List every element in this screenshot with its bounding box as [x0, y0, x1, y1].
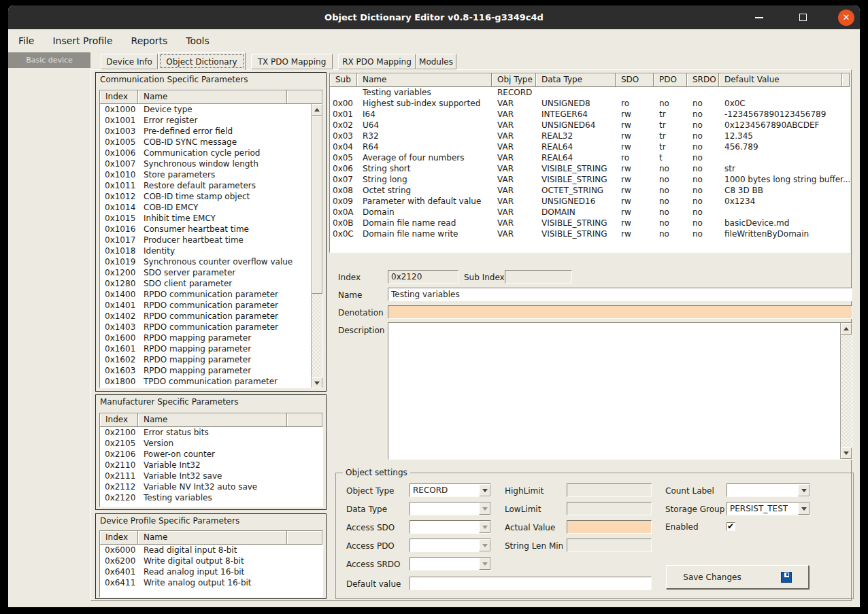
scroll-up-icon[interactable]	[841, 323, 852, 335]
column-header-name[interactable]: Name	[138, 413, 287, 427]
menu-tools[interactable]: Tools	[186, 35, 210, 46]
actual-value-field[interactable]	[567, 520, 652, 534]
list-item[interactable]: 0x1000Device type	[100, 104, 312, 115]
column-header-index[interactable]: Index	[100, 413, 138, 427]
low-limit-field[interactable]	[567, 502, 652, 515]
column-header-name[interactable]: Name	[357, 73, 492, 87]
list-item[interactable]: 0x1014COB-ID EMCY	[100, 202, 312, 213]
list-item[interactable]: 0x1800TPDO communication parameter	[100, 376, 312, 387]
scroll-up-icon[interactable]	[312, 104, 322, 116]
column-header-data-type[interactable]: Data Type	[536, 73, 616, 87]
table-row[interactable]: 0x03R32VARREAL32rwtrno12.345	[330, 131, 850, 141]
minimize-button[interactable]	[751, 10, 767, 26]
table-row[interactable]: Testing variablesRECORD	[330, 87, 850, 98]
table-row[interactable]: 0x0BDomain file name readVARVISIBLE_STRI…	[330, 218, 850, 228]
column-header-sdo[interactable]: SDO	[616, 73, 654, 87]
list-item[interactable]: 0x1016Consumer heartbeat time	[100, 224, 312, 235]
list-item[interactable]: 0x1011Restore default parameters	[100, 180, 312, 191]
tab-tx-pdo-mapping[interactable]: TX PDO Mapping	[251, 54, 333, 69]
list-item[interactable]: 0x1005COB-ID SYNC message	[100, 137, 312, 148]
list-item[interactable]: 0x1012COB-ID time stamp object	[100, 191, 312, 202]
table-row[interactable]: 0x05Average of four numbersVARREAL64rotn…	[330, 152, 850, 163]
tab-object-dictionary[interactable]: Object Dictionary	[158, 52, 246, 70]
list-item[interactable]: 0x1401RPDO communication parameter	[100, 300, 312, 311]
description-field[interactable]	[388, 323, 840, 459]
table-row[interactable]: 0x00Highest sub-index supportedVARUNSIGN…	[330, 98, 850, 109]
table-row[interactable]: 0x0ADomainVARDOMAINrwnono	[330, 207, 850, 218]
description-scrollbar[interactable]	[840, 323, 852, 459]
device-tab-basic-device[interactable]: Basic device	[8, 52, 90, 68]
column-header-sub[interactable]: Sub	[330, 73, 357, 87]
table-row[interactable]: 0x01I64VARINTEGER64rwtrno-12345678901234…	[330, 109, 850, 120]
list-item[interactable]: 0x1402RPDO communication parameter	[100, 311, 312, 322]
list-item[interactable]: 0x1001Error register	[100, 115, 312, 126]
communication-list-scrollbar[interactable]	[311, 104, 322, 388]
denotation-field[interactable]	[388, 305, 852, 319]
list-item[interactable]: 0x1003Pre-defined error field	[100, 126, 312, 137]
list-item[interactable]: 0x2111Variable Int32 save	[100, 471, 322, 481]
list-item[interactable]: 0x6411Write analog output 16-bit	[100, 577, 322, 588]
list-item[interactable]: 0x2100Error status bits	[100, 427, 322, 438]
list-item[interactable]: 0x1006Communication cycle period	[100, 148, 312, 158]
index-field[interactable]	[388, 270, 458, 284]
scroll-thumb[interactable]	[312, 116, 322, 294]
maximize-button[interactable]	[795, 10, 811, 26]
list-item[interactable]: 0x6200Write digital output 8-bit	[100, 556, 322, 566]
list-item[interactable]: 0x6401Read analog input 16-bit	[100, 566, 322, 577]
list-item[interactable]: 0x1280SDO client parameter	[100, 278, 312, 289]
list-item[interactable]: 0x1007Synchronous window length	[100, 158, 312, 169]
default-value-field[interactable]	[410, 577, 652, 590]
table-row[interactable]: 0x08Octet stringVAROCTET_STRINGrwnonoC8 …	[330, 185, 850, 196]
tab-modules[interactable]: Modules	[416, 54, 456, 69]
save-changes-button[interactable]: Save Changes	[666, 565, 809, 589]
storage-group-combo[interactable]: PERSIST_TEST	[727, 502, 810, 515]
menu-reports[interactable]: Reports	[131, 35, 168, 46]
column-header-pdo[interactable]: PDO	[654, 73, 687, 87]
high-limit-field[interactable]	[567, 483, 652, 497]
list-item[interactable]: 0x2112Variable NV Int32 auto save	[100, 481, 322, 492]
list-item[interactable]: 0x1018Identity	[100, 245, 312, 256]
subindex-field[interactable]	[505, 270, 572, 284]
list-item[interactable]: 0x1403RPDO communication parameter	[100, 322, 312, 332]
column-header-name[interactable]: Name	[138, 531, 287, 545]
enabled-checkbox[interactable]	[727, 522, 735, 531]
access-sdo-combo[interactable]	[410, 520, 491, 534]
table-row[interactable]: 0x0CDomain file name writeVARVISIBLE_STR…	[330, 228, 850, 239]
menu-file[interactable]: File	[18, 35, 34, 46]
list-item[interactable]: 0x1200SDO server parameter	[100, 267, 312, 278]
list-item[interactable]: 0x1015Inhibit time EMCY	[100, 213, 312, 224]
data-type-combo[interactable]	[410, 502, 491, 515]
string-len-min-field[interactable]	[567, 539, 652, 552]
tab-rx-pdo-mapping[interactable]: RX PDO Mapping	[338, 54, 416, 69]
scroll-down-icon[interactable]	[841, 447, 852, 459]
table-row[interactable]: 0x06String shortVARVISIBLE_STRINGrwnonos…	[330, 163, 850, 174]
scroll-down-icon[interactable]	[312, 377, 322, 388]
scroll-track[interactable]	[312, 116, 322, 377]
list-item[interactable]: 0x2106Power-on counter	[100, 449, 322, 460]
list-item[interactable]: 0x6000Read digital input 8-bit	[100, 545, 322, 556]
chevron-down-icon[interactable]	[798, 484, 809, 496]
scroll-track[interactable]	[841, 335, 852, 447]
column-header-srdo[interactable]: SRDO	[687, 73, 719, 87]
list-item[interactable]: 0x1601RPDO mapping parameter	[100, 343, 312, 354]
column-header-name[interactable]: Name	[138, 90, 287, 104]
chevron-down-icon[interactable]	[798, 502, 809, 515]
name-field[interactable]	[388, 288, 852, 301]
list-item[interactable]: 0x1603RPDO mapping parameter	[100, 365, 312, 376]
list-item[interactable]: 0x2110Variable Int32	[100, 460, 322, 471]
table-row[interactable]: 0x02U64VARUNSIGNED64rwtrno0x1234567890AB…	[330, 120, 850, 131]
list-item[interactable]: 0x1600RPDO mapping parameter	[100, 332, 312, 343]
count-label-combo[interactable]	[727, 483, 810, 497]
list-item[interactable]: 0x1400RPDO communication parameter	[100, 289, 312, 300]
list-item[interactable]: 0x1019Synchronous counter overflow value	[100, 256, 312, 267]
list-item[interactable]: 0x2105Version	[100, 438, 322, 449]
table-row[interactable]: 0x04R64VARREAL64rwtrno456.789	[330, 141, 850, 152]
object-type-combo[interactable]: RECORD	[410, 483, 491, 497]
close-button[interactable]: ✕	[838, 10, 854, 26]
list-item[interactable]: 0x1602RPDO mapping parameter	[100, 354, 312, 365]
chevron-down-icon[interactable]	[479, 484, 490, 496]
column-header-obj-type[interactable]: Obj Type	[492, 73, 536, 87]
access-pdo-combo[interactable]	[410, 539, 491, 552]
column-header-index[interactable]: Index	[100, 90, 138, 104]
table-row[interactable]: 0x09Parameter with default valueVARUNSIG…	[330, 196, 850, 207]
